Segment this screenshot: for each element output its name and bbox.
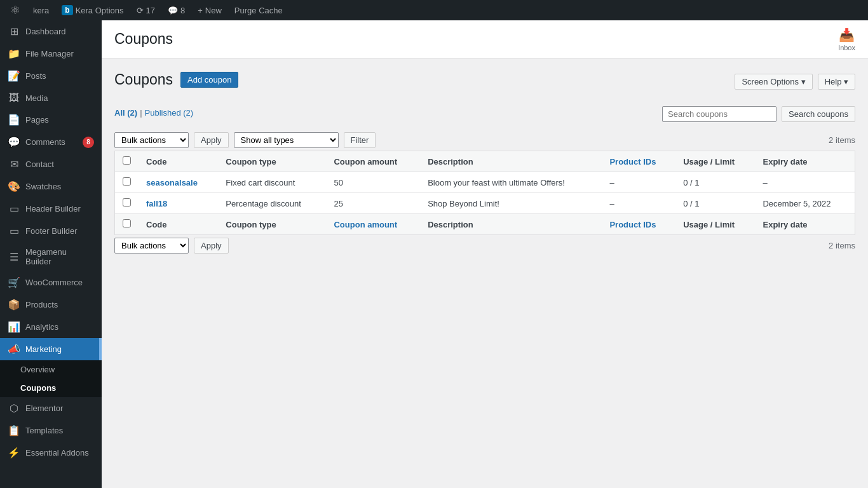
- main-content: Coupons 📥 Inbox Coupons Add coupon Scree…: [102, 20, 868, 488]
- filter-published[interactable]: Published (2): [145, 108, 194, 118]
- sidebar-label-analytics: Analytics: [25, 322, 58, 332]
- sidebar-item-megamenu-builder[interactable]: ☰ Megamenu Builder: [0, 242, 102, 271]
- submenu-coupons[interactable]: Coupons: [0, 379, 102, 397]
- row2-description: Shop Beyond Limit!: [428, 199, 499, 208]
- screen-options-chevron: ▾: [801, 77, 806, 86]
- sidebar-label-footer-builder: Footer Builder: [25, 226, 78, 236]
- row1-checkbox[interactable]: [123, 177, 131, 186]
- footer-col-coupon-type: Coupon type: [218, 214, 326, 235]
- footer-col-expiry-date: Expiry date: [755, 214, 855, 235]
- sidebar-item-templates[interactable]: 📋 Templates: [0, 419, 102, 442]
- sidebar-label-file-manager: File Manager: [25, 49, 74, 58]
- comments-count: 8: [180, 6, 185, 15]
- adminbar-purge-cache[interactable]: Purge Cache: [229, 0, 288, 20]
- row2-coupon-amount-cell: 25: [326, 193, 420, 214]
- sidebar: ⊞ Dashboard 📁 File Manager 📝 Posts 🖼 Med…: [0, 20, 102, 488]
- row2-checkbox-cell: [115, 193, 139, 214]
- comments-badge: 8: [83, 137, 94, 148]
- footer-col-code: Code: [139, 214, 218, 235]
- table-row: fall18 Percentage discount 25 Shop Beyon…: [115, 193, 855, 214]
- filter-button[interactable]: Filter: [344, 132, 376, 148]
- kera-options-icon: b: [62, 5, 72, 15]
- adminbar-site-name[interactable]: kera: [28, 0, 54, 20]
- screen-options-button[interactable]: Screen Options ▾: [735, 74, 812, 90]
- adminbar-kera-options[interactable]: b Kera Options: [57, 0, 128, 20]
- table-header-row: Code Coupon type Coupon amount Descripti…: [115, 151, 855, 172]
- sidebar-item-products[interactable]: 📦 Products: [0, 294, 102, 316]
- sidebar-item-essential-addons[interactable]: ⚡ Essential Addons: [0, 442, 102, 464]
- dashboard-icon: ⊞: [8, 25, 20, 37]
- row2-checkbox[interactable]: [123, 198, 131, 207]
- row1-product-ids-cell: –: [602, 172, 675, 193]
- new-label: New: [205, 6, 222, 15]
- sidebar-item-marketing[interactable]: 📣 Marketing: [0, 338, 102, 360]
- sidebar-item-comments[interactable]: 💬 Comments 8: [0, 131, 102, 153]
- row2-coupon-type: Percentage discount: [226, 199, 301, 208]
- sidebar-item-media[interactable]: 🖼 Media: [0, 87, 102, 109]
- sidebar-item-analytics[interactable]: 📊 Analytics: [0, 316, 102, 338]
- apply-top-button[interactable]: Apply: [194, 132, 229, 148]
- footer-select-all-checkbox[interactable]: [123, 219, 131, 227]
- plus-icon: +: [198, 6, 203, 15]
- search-input[interactable]: [662, 106, 776, 122]
- updates-count: 17: [146, 6, 155, 15]
- bulk-actions-top-select[interactable]: Bulk actions Edit Move to Trash: [114, 132, 189, 148]
- col-header-expiry-date[interactable]: Expiry date: [755, 151, 855, 172]
- contact-icon: ✉: [8, 158, 20, 170]
- sidebar-item-contact[interactable]: ✉ Contact: [0, 153, 102, 175]
- select-all-checkbox[interactable]: [123, 156, 131, 165]
- footer-select-all-col: [115, 214, 139, 235]
- adminbar-new[interactable]: + New: [193, 0, 227, 20]
- row1-code-link[interactable]: seasonalsale: [146, 178, 198, 187]
- adminbar-comments[interactable]: 💬 8: [163, 0, 190, 20]
- sidebar-item-swatches[interactable]: 🎨 Swatches: [0, 175, 102, 198]
- kera-options-label: Kera Options: [76, 6, 124, 15]
- col-header-coupon-type[interactable]: Coupon type: [218, 151, 326, 172]
- sidebar-label-elementor: Elementor: [25, 403, 63, 413]
- bulk-actions-bottom-select[interactable]: Bulk actions Edit Move to Trash: [114, 238, 189, 254]
- sidebar-label-woocommerce: WooCommerce: [25, 278, 83, 287]
- inbox-button[interactable]: 📥 Inbox: [838, 27, 855, 51]
- row2-code-link[interactable]: fall18: [146, 199, 167, 208]
- footer-col-usage-limit: Usage / Limit: [675, 214, 755, 235]
- sidebar-item-posts[interactable]: 📝 Posts: [0, 65, 102, 87]
- row2-coupon-amount: 25: [334, 199, 342, 208]
- updates-icon: ⟳: [137, 6, 144, 15]
- header-builder-icon: ▭: [8, 203, 20, 215]
- apply-bottom-button[interactable]: Apply: [194, 238, 229, 254]
- submenu-overview[interactable]: Overview: [0, 360, 102, 379]
- filter-published-label: Published: [145, 108, 181, 118]
- top-actions-row: Bulk actions Edit Move to Trash Apply Sh…: [114, 132, 855, 148]
- file-manager-icon: 📁: [8, 48, 20, 60]
- filter-all[interactable]: All (2): [114, 108, 137, 118]
- filter-type-select[interactable]: Show all types Percentage discount Fixed…: [234, 132, 339, 148]
- sidebar-item-woocommerce[interactable]: 🛒 WooCommerce: [0, 271, 102, 294]
- row2-description-cell: Shop Beyond Limit!: [420, 193, 602, 214]
- adminbar-wp-logo[interactable]: ⚛: [5, 0, 25, 20]
- help-button[interactable]: Help ▾: [818, 74, 855, 90]
- search-button[interactable]: Search coupons: [782, 106, 855, 122]
- sidebar-item-dashboard[interactable]: ⊞ Dashboard: [0, 20, 102, 43]
- sidebar-item-elementor[interactable]: ⬡ Elementor: [0, 397, 102, 419]
- col-header-usage-limit[interactable]: Usage / Limit: [675, 151, 755, 172]
- footer-builder-icon: ▭: [8, 225, 20, 237]
- row1-expiry-date: –: [763, 178, 767, 187]
- sidebar-item-footer-builder[interactable]: ▭ Footer Builder: [0, 220, 102, 242]
- add-coupon-button[interactable]: Add coupon: [180, 72, 238, 88]
- sidebar-label-megamenu-builder: Megamenu Builder: [25, 247, 94, 266]
- sidebar-item-file-manager[interactable]: 📁 File Manager: [0, 43, 102, 65]
- adminbar-updates[interactable]: ⟳ 17: [132, 0, 160, 20]
- row2-usage-limit: 0 / 1: [683, 199, 699, 208]
- col-header-coupon-amount[interactable]: Coupon amount: [326, 151, 420, 172]
- col-header-description[interactable]: Description: [420, 151, 602, 172]
- col-header-product-ids[interactable]: Product IDs: [602, 151, 675, 172]
- col-header-code[interactable]: Code: [139, 151, 218, 172]
- sidebar-item-pages[interactable]: 📄 Pages: [0, 109, 102, 131]
- col-usage-limit-label: Usage / Limit: [683, 157, 735, 166]
- sidebar-label-posts: Posts: [25, 71, 46, 81]
- purge-cache-label: Purge Cache: [234, 6, 283, 15]
- col-coupon-type-label: Coupon type: [226, 157, 276, 166]
- sidebar-item-header-builder[interactable]: ▭ Header Builder: [0, 198, 102, 220]
- megamenu-icon: ☰: [8, 251, 20, 263]
- content-area: Coupons Add coupon Screen Options ▾ Help…: [102, 58, 868, 266]
